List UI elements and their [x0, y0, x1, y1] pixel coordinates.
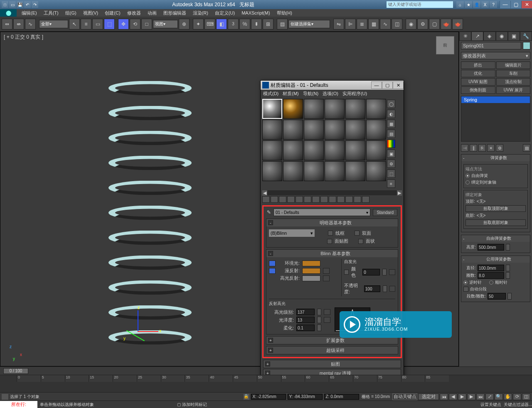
- selfillum-spinner[interactable]: 0: [362, 269, 380, 275]
- open-icon[interactable]: ▭: [9, 1, 16, 8]
- slot-3[interactable]: [304, 99, 324, 119]
- make-unique-stack-icon[interactable]: ⎘: [478, 144, 486, 152]
- slot-8[interactable]: [283, 120, 303, 140]
- slot-11[interactable]: [345, 120, 365, 140]
- sample-type-icon[interactable]: ◯: [387, 100, 395, 108]
- get-material-icon[interactable]: [262, 196, 270, 203]
- selfillum-color-checkbox[interactable]: [344, 270, 349, 275]
- assign-icon[interactable]: [279, 196, 286, 203]
- select-region-icon[interactable]: ▭: [92, 19, 103, 29]
- exchange-icon[interactable]: X: [481, 1, 489, 8]
- diameter-spinner[interactable]: 100.0mm: [478, 265, 504, 271]
- opacity-spinner[interactable]: 100: [364, 285, 381, 292]
- dlg-menu-material[interactable]: 材质(M): [283, 91, 299, 97]
- mod-btn-optimize[interactable]: 优化: [461, 70, 495, 77]
- help-icon[interactable]: ?: [490, 1, 497, 8]
- make-preview-icon[interactable]: ▣: [387, 150, 395, 158]
- put-to-lib-icon[interactable]: [312, 196, 320, 203]
- align-icon[interactable]: ⊫: [345, 19, 356, 29]
- angle-snap-icon[interactable]: 3: [228, 19, 239, 29]
- toggle-icon[interactable]: -: [463, 236, 467, 241]
- slot-17[interactable]: [345, 140, 365, 160]
- track-bar[interactable]: 0510 152025 303540 455055 606570 758085: [0, 375, 532, 392]
- toggle-icon[interactable]: -: [268, 220, 273, 225]
- selection-filter[interactable]: 全部 ▾: [39, 20, 68, 28]
- go-parent-icon[interactable]: [345, 196, 353, 203]
- spinner-icon[interactable]: [506, 244, 510, 251]
- status-icon[interactable]: [2, 394, 8, 400]
- menu-maxscript[interactable]: MAXScript(M): [238, 10, 273, 15]
- cp-tab-modify[interactable]: ↗: [471, 32, 483, 41]
- background-icon[interactable]: ▦: [387, 120, 395, 128]
- viewcube[interactable]: 前: [436, 36, 454, 54]
- slot-18[interactable]: [366, 140, 386, 160]
- slot-19[interactable]: [262, 161, 282, 181]
- undo-icon[interactable]: ↶: [24, 1, 31, 8]
- slot-21[interactable]: [304, 161, 324, 181]
- maxview-icon[interactable]: ◫: [522, 393, 530, 400]
- options-icon[interactable]: ⚙: [387, 160, 395, 168]
- slot-14[interactable]: [283, 140, 303, 160]
- close-button[interactable]: ✕: [521, 1, 532, 8]
- dlg-menu-options[interactable]: 选项(O): [323, 91, 338, 97]
- pivot-icon[interactable]: ⊕: [179, 19, 190, 29]
- selfillum-map-button[interactable]: [389, 269, 395, 275]
- coord-z[interactable]: Z: 0.0mm: [324, 394, 359, 400]
- mod-btn-vertpaint[interactable]: 顶点绘制: [496, 78, 531, 86]
- new-icon[interactable]: □: [2, 1, 8, 8]
- move-icon[interactable]: ✥: [118, 19, 129, 29]
- maxscript-listener[interactable]: 所在行:: [0, 401, 37, 408]
- next-frame-icon[interactable]: ▶: [467, 393, 475, 400]
- slot-scroll[interactable]: ◀▶: [262, 190, 402, 195]
- snap-toggle-icon[interactable]: ◧: [216, 19, 227, 29]
- slot-5[interactable]: [345, 99, 365, 119]
- infocenter-icon[interactable]: ⌂: [456, 1, 464, 8]
- unlink-icon[interactable]: ⇎: [13, 19, 24, 29]
- show-map-icon[interactable]: [329, 196, 336, 203]
- slot-24[interactable]: [366, 161, 386, 181]
- keyfilter-button[interactable]: 关键点过滤器...: [504, 402, 532, 408]
- ref-coord[interactable]: 视图 ▾: [153, 20, 178, 28]
- slot-4[interactable]: [325, 99, 345, 119]
- slot-6[interactable]: [366, 99, 386, 119]
- configure-sets-icon[interactable]: ⚙: [496, 144, 503, 152]
- render-prod-icon[interactable]: 🫖: [452, 19, 463, 29]
- mod-btn-bevelprof[interactable]: 倒角剖面: [461, 86, 495, 94]
- manipulate-icon[interactable]: ✦: [193, 19, 204, 29]
- dlg-menu-mode[interactable]: 模式(D): [263, 91, 278, 97]
- seg-spinner[interactable]: 50: [488, 293, 506, 300]
- pick-bottom-button[interactable]: 拾取底部对象: [466, 219, 526, 226]
- zoom-icon[interactable]: 🔍: [495, 393, 503, 400]
- material-type-button[interactable]: Standard: [373, 209, 397, 216]
- spinner-snap-icon[interactable]: ⬍: [251, 19, 262, 29]
- play-icon[interactable]: ▶: [458, 393, 466, 400]
- render-frame-icon[interactable]: ▢: [429, 19, 440, 29]
- slot-2[interactable]: [283, 99, 303, 119]
- percent-snap-icon[interactable]: %: [239, 19, 250, 29]
- schematic-icon[interactable]: ◫: [392, 19, 402, 29]
- slot-15[interactable]: [304, 140, 324, 160]
- menu-modifiers[interactable]: 修改器: [124, 10, 144, 16]
- diffuse-map-button[interactable]: [323, 268, 330, 274]
- render-setup-icon[interactable]: ⚙: [417, 19, 428, 29]
- matid-icon[interactable]: [320, 196, 328, 203]
- menu-views[interactable]: 视图(V): [80, 10, 102, 16]
- save-icon[interactable]: 💾: [17, 1, 23, 8]
- lock-diffuse-icon[interactable]: [269, 268, 276, 274]
- slot-10[interactable]: [325, 120, 345, 140]
- maximize-button[interactable]: ▢: [510, 1, 521, 8]
- named-sel-combo[interactable]: 创建选择集 ▾: [288, 20, 330, 28]
- cp-tab-hierarchy[interactable]: ◈: [483, 32, 495, 41]
- wire-checkbox[interactable]: [328, 231, 333, 236]
- select-name-icon[interactable]: ≡: [81, 19, 91, 29]
- rotate-icon[interactable]: ⟲: [130, 19, 140, 29]
- menu-grapheditors[interactable]: 图形编辑器: [160, 10, 190, 16]
- mod-btn-editpatch[interactable]: 编辑面片: [496, 61, 531, 69]
- layers-icon[interactable]: ≣: [357, 19, 367, 29]
- render-icon[interactable]: 🫖: [441, 19, 451, 29]
- go-child-icon[interactable]: [362, 196, 369, 203]
- speclevel-spinner[interactable]: 137: [296, 309, 315, 315]
- spinner-icon[interactable]: [507, 293, 512, 300]
- go-sibling-icon[interactable]: [354, 196, 361, 203]
- slot-1[interactable]: [262, 99, 282, 119]
